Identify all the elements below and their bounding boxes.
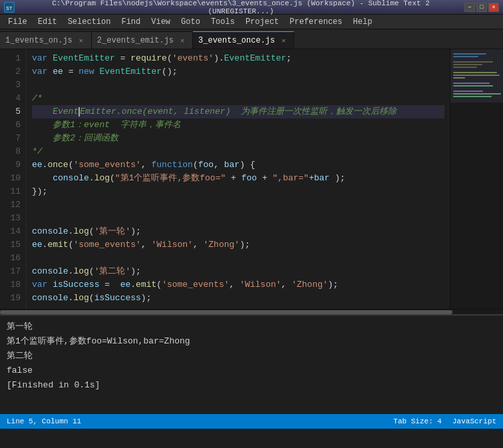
- code-line-14: console.log('第一轮');: [32, 225, 444, 238]
- tab-3-close[interactable]: ✕: [279, 36, 288, 45]
- menu-preferences[interactable]: Preferences: [284, 15, 347, 29]
- minimap: [450, 49, 503, 309]
- window-controls: – □ ✕: [464, 3, 499, 12]
- code-line-1: var EventEmitter = require('events').Eve…: [32, 52, 444, 65]
- tab-1-close[interactable]: ✕: [77, 36, 86, 45]
- line-num-17: 17: [0, 265, 26, 278]
- status-bar: Line 5, Column 11 Tab Size: 4 JavaScript: [0, 414, 503, 429]
- tab-1-label: 1_events_on.js: [5, 36, 73, 45]
- menu-bar: File Edit Selection Find View Goto Tools…: [0, 15, 503, 29]
- menu-find[interactable]: Find: [116, 15, 146, 29]
- code-line-16: [32, 252, 444, 265]
- code-line-7: 参数2：回调函数: [32, 132, 444, 145]
- editor-area: 1 2 3 4 5 6 7 8 9 10 11 12 13 14 15 16 1…: [0, 49, 503, 309]
- svg-rect-16: [450, 49, 503, 103]
- code-line-11: });: [32, 185, 444, 198]
- output-line-1: 第一轮: [7, 320, 496, 334]
- title-bar: ST C:\Program Files\nodejs\Workspace\eve…: [0, 0, 503, 15]
- menu-selection[interactable]: Selection: [63, 15, 116, 29]
- line-num-14: 14: [0, 225, 26, 238]
- tab-size[interactable]: Tab Size: 4: [393, 417, 442, 425]
- status-left: Line 5, Column 11: [7, 417, 81, 425]
- code-line-9: ee.once('some_events', function(foo, bar…: [32, 158, 444, 172]
- menu-edit[interactable]: Edit: [33, 15, 63, 29]
- tab-2-label: 2_events_emit.js: [97, 36, 174, 45]
- menu-file[interactable]: File: [3, 15, 33, 29]
- line-num-10: 10: [0, 172, 26, 185]
- app-icon: ST: [4, 2, 15, 13]
- line-num-12: 12: [0, 198, 26, 212]
- line-num-15: 15: [0, 238, 26, 252]
- menu-tools[interactable]: Tools: [206, 15, 240, 29]
- code-editor[interactable]: var EventEmitter = require('events').Eve…: [27, 49, 450, 309]
- line-num-19: 19: [0, 292, 26, 305]
- menu-project[interactable]: Project: [240, 15, 284, 29]
- maximize-button[interactable]: □: [476, 3, 487, 12]
- line-num-7: 7: [0, 132, 26, 145]
- line-num-9: 9: [0, 158, 26, 172]
- line-num-6: 6: [0, 118, 26, 132]
- line-num-11: 11: [0, 185, 26, 198]
- language-mode[interactable]: JavaScript: [452, 417, 496, 425]
- line-num-2: 2: [0, 65, 26, 79]
- tabs-bar: 1_events_on.js ✕ 2_events_emit.js ✕ 3_ev…: [0, 29, 503, 49]
- svg-text:ST: ST: [6, 5, 13, 11]
- code-line-13: [32, 212, 444, 225]
- menu-view[interactable]: View: [146, 15, 176, 29]
- tab-3[interactable]: 3_events_once.js ✕: [193, 31, 294, 49]
- cursor-position: Line 5, Column 11: [7, 417, 81, 425]
- code-line-6: 参数1：event 字符串，事件名: [32, 118, 444, 132]
- scrollbar-thumb[interactable]: [0, 310, 452, 314]
- menu-goto[interactable]: Goto: [176, 15, 206, 29]
- code-line-5: EventEmitter.once(event, listener) 为事件注册…: [32, 105, 444, 118]
- line-num-13: 13: [0, 212, 26, 225]
- tab-3-label: 3_events_once.js: [198, 36, 275, 45]
- menu-help[interactable]: Help: [348, 15, 378, 29]
- output-panel: 第一轮 第1个监听事件,参数foo=Wilson,bar=Zhong 第二轮 f…: [0, 314, 503, 414]
- tab-1[interactable]: 1_events_on.js ✕: [0, 31, 92, 49]
- line-num-18: 18: [0, 278, 26, 292]
- window-title: C:\Program Files\nodejs\Workspace\events…: [17, 0, 464, 15]
- code-line-8: */: [32, 145, 444, 158]
- code-line-19: console.log(isSuccess);: [32, 292, 444, 305]
- code-line-18: var isSuccess = ee.emit('some_events', '…: [32, 278, 444, 292]
- output-line-5: [Finished in 0.1s]: [7, 378, 496, 393]
- code-line-17: console.log('第二轮');: [32, 265, 444, 278]
- code-line-4: /*: [32, 92, 444, 105]
- output-line-3: 第二轮: [7, 349, 496, 363]
- line-num-4: 4: [0, 92, 26, 105]
- code-line-15: ee.emit('some_events', 'Wilson', 'Zhong'…: [32, 238, 444, 252]
- minimize-button[interactable]: –: [464, 3, 475, 12]
- line-num-5: 5: [0, 105, 26, 118]
- tab-2-close[interactable]: ✕: [178, 36, 187, 45]
- status-right: Tab Size: 4 JavaScript: [393, 417, 496, 425]
- code-line-3: [32, 79, 444, 92]
- horizontal-scrollbar[interactable]: [0, 309, 503, 314]
- tab-2[interactable]: 2_events_emit.js ✕: [92, 31, 193, 49]
- code-line-10: console.log("第1个监听事件,参数foo=" + foo + ",b…: [32, 172, 444, 185]
- line-num-1: 1: [0, 52, 26, 65]
- line-num-16: 16: [0, 252, 26, 265]
- line-num-8: 8: [0, 145, 26, 158]
- code-line-12: [32, 198, 444, 212]
- output-line-4: false: [7, 363, 496, 378]
- code-line-2: var ee = new EventEmitter();: [32, 65, 444, 79]
- close-button[interactable]: ✕: [488, 3, 499, 12]
- line-num-3: 3: [0, 79, 26, 92]
- output-line-2: 第1个监听事件,参数foo=Wilson,bar=Zhong: [7, 334, 496, 349]
- line-numbers: 1 2 3 4 5 6 7 8 9 10 11 12 13 14 15 16 1…: [0, 49, 27, 309]
